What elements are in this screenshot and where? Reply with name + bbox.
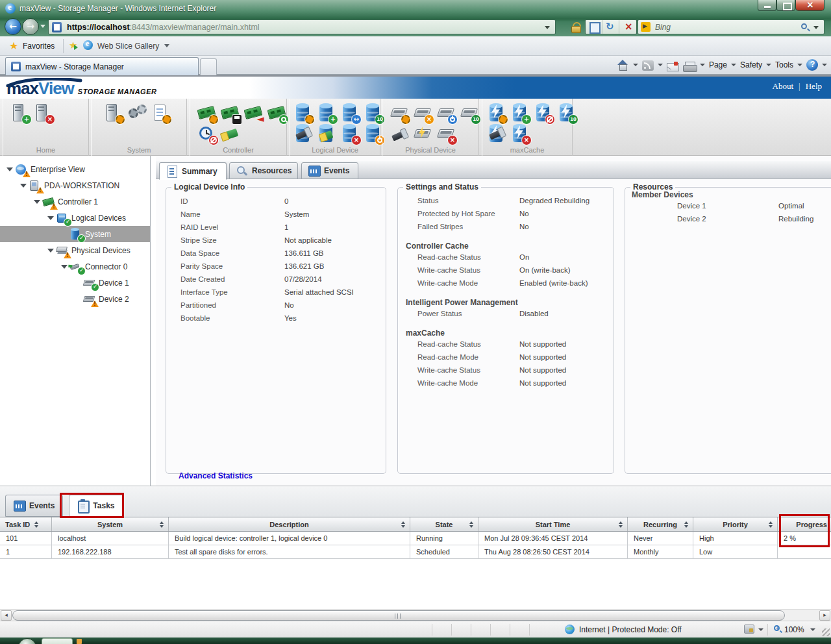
home-caret-icon[interactable] <box>633 64 638 66</box>
safety-menu[interactable]: Safety <box>740 60 762 69</box>
print-icon[interactable] <box>683 62 696 71</box>
print-caret-icon[interactable] <box>700 64 705 66</box>
horizontal-scrollbar[interactable] <box>0 609 831 621</box>
help-caret-icon[interactable] <box>822 64 827 66</box>
physical-power-icon[interactable] <box>436 103 456 123</box>
gears-preferences-icon[interactable] <box>127 103 147 123</box>
tree-item-controller-1[interactable]: Controller 1 <box>0 193 150 210</box>
tree-item-system[interactable]: System <box>0 226 150 242</box>
column-header-state[interactable]: State <box>410 517 478 531</box>
maxcache-add-icon[interactable] <box>510 103 530 123</box>
taskbar-app-button[interactable] <box>42 638 73 644</box>
favorites-label[interactable]: Favorites <box>23 42 55 51</box>
physical-locate-icon[interactable] <box>390 124 409 143</box>
scrollbar-thumb[interactable] <box>12 610 785 621</box>
collapse-caret-icon[interactable] <box>6 166 13 173</box>
page-caret-icon[interactable] <box>731 64 736 66</box>
rss-feed-icon[interactable] <box>642 60 654 71</box>
maxcache-delete-icon[interactable] <box>510 124 530 143</box>
stop-button[interactable] <box>619 20 636 34</box>
column-header-start-time[interactable]: Start Time <box>478 517 628 531</box>
new-tab-stub[interactable] <box>200 58 217 75</box>
close-button[interactable] <box>795 0 825 11</box>
web-slice-icon[interactable] <box>83 40 93 50</box>
tree-item-logical-devices[interactable]: Logical Devices <box>0 210 150 226</box>
protected-mode-icon[interactable] <box>744 625 754 634</box>
titlebar[interactable]: maxView - Storage Manager - Windows Inte… <box>0 0 831 18</box>
maxcache-locate-icon[interactable] <box>487 124 506 143</box>
security-lock-icon[interactable] <box>571 22 580 32</box>
help-icon[interactable] <box>806 59 818 71</box>
logical-erase-icon[interactable] <box>317 124 336 143</box>
sort-icon[interactable] <box>160 521 164 528</box>
recent-pages-caret-icon[interactable] <box>40 25 45 28</box>
physical-settings-icon[interactable] <box>390 103 409 123</box>
tree-item-physical-devices[interactable]: Physical Devices <box>0 242 150 258</box>
tree-item-enterprise-view[interactable]: Enterprise View <box>0 161 150 177</box>
sort-icon[interactable] <box>401 521 405 528</box>
logical-add-icon[interactable] <box>317 103 336 123</box>
advanced-statistics-link[interactable]: Advanced Statistics <box>179 471 253 480</box>
collapse-caret-icon[interactable] <box>47 247 54 254</box>
collapse-caret-icon[interactable] <box>61 264 68 270</box>
physical-tools-icon[interactable] <box>413 103 432 123</box>
column-header-progress[interactable]: Progress <box>778 517 831 531</box>
start-orb-icon[interactable] <box>18 638 36 644</box>
rss-caret-icon[interactable] <box>658 64 663 66</box>
compatibility-view-button[interactable] <box>586 20 602 34</box>
add-favorite-icon[interactable] <box>69 40 77 51</box>
collapse-caret-icon[interactable] <box>20 182 27 189</box>
tab-events[interactable]: Events <box>301 162 358 179</box>
alarm-silence-icon[interactable] <box>197 124 217 143</box>
forward-button[interactable] <box>22 18 39 35</box>
address-bar[interactable]: https://localhost:8443/maxview/manager/m… <box>48 19 556 34</box>
logical-delete-icon[interactable] <box>340 124 360 143</box>
sort-icon[interactable] <box>34 521 38 528</box>
home-icon[interactable] <box>616 59 629 71</box>
tab-tasks[interactable]: Tasks <box>69 495 123 517</box>
tree-item-device-2[interactable]: Device 2 <box>0 291 150 307</box>
tools-menu[interactable]: Tools <box>775 60 793 69</box>
address-dropdown-caret-icon[interactable] <box>545 26 550 29</box>
scroll-left-arrow-icon[interactable] <box>1 610 12 621</box>
physical-initialize-icon[interactable] <box>413 124 432 143</box>
read-mail-icon[interactable] <box>667 63 679 71</box>
collapse-caret-icon[interactable] <box>47 215 54 221</box>
taskbar-tray-icon[interactable] <box>77 639 82 644</box>
tab-summary[interactable]: Summary <box>159 162 227 180</box>
minimize-button[interactable] <box>758 0 776 11</box>
tree-item-pda-workstation[interactable]: PDA-WORKSTATION <box>0 177 150 193</box>
maximize-button[interactable] <box>776 0 795 11</box>
logical-power-icon[interactable] <box>364 124 383 143</box>
zoom-magnifier-icon[interactable] <box>774 625 780 631</box>
search-box[interactable]: Bing <box>638 19 825 34</box>
help-link[interactable]: Help <box>806 81 822 91</box>
task-row[interactable]: 101 localhost Build logical device: cont… <box>0 532 831 545</box>
favorites-star-icon[interactable] <box>9 40 18 52</box>
collapse-caret-icon[interactable] <box>34 199 40 205</box>
tree-item-connector-0[interactable]: Connector 0 <box>0 258 150 275</box>
zone-caret-icon[interactable] <box>758 628 763 631</box>
resize-grip-icon[interactable] <box>822 628 830 636</box>
controller-restore-icon[interactable] <box>244 103 264 123</box>
controller-erase-icon[interactable] <box>221 124 240 143</box>
column-header-task-id[interactable]: Task ID <box>0 517 52 531</box>
logical-settings-icon[interactable] <box>293 103 313 123</box>
logical-verify-icon[interactable] <box>364 103 383 123</box>
sort-icon[interactable] <box>469 521 473 528</box>
column-header-recurring[interactable]: Recurring <box>628 517 693 531</box>
tab-resources[interactable]: Resources <box>229 162 298 179</box>
report-delete-icon[interactable] <box>151 103 170 123</box>
maxcache-disable-icon[interactable] <box>534 103 553 123</box>
sort-icon[interactable] <box>684 521 688 528</box>
zoom-level[interactable]: 100% <box>784 625 804 634</box>
search-icon[interactable] <box>801 23 807 29</box>
scroll-right-arrow-icon[interactable] <box>819 610 830 621</box>
zoom-caret-icon[interactable] <box>810 628 815 631</box>
windows-taskbar[interactable] <box>0 638 831 644</box>
controller-save-icon[interactable] <box>221 103 240 123</box>
column-header-priority[interactable]: Priority <box>693 517 778 531</box>
physical-delete-icon[interactable] <box>436 124 456 143</box>
refresh-button[interactable] <box>602 20 619 34</box>
physical-verify-icon[interactable] <box>460 103 479 123</box>
